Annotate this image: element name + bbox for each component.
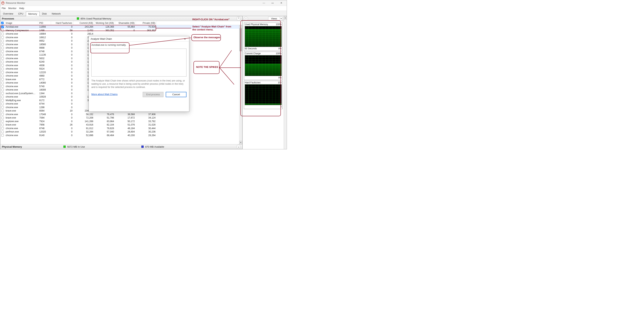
cell-hardfaults: 0: [51, 64, 74, 67]
views-label[interactable]: Views: [268, 17, 280, 21]
processes-header[interactable]: Processes 85% Used Physical Memory ⌃: [0, 16, 242, 21]
row-checkbox[interactable]: [1, 50, 4, 53]
row-checkbox[interactable]: [1, 113, 4, 115]
cancel-button[interactable]: Cancel: [166, 92, 186, 97]
row-checkbox[interactable]: [1, 33, 4, 35]
table-row[interactable]: chrome.exe168840293,4: [0, 32, 239, 36]
row-checkbox[interactable]: [1, 92, 4, 94]
row-checkbox[interactable]: [1, 124, 4, 126]
cell-pid: 6748: [38, 50, 51, 53]
end-process-button[interactable]: End process: [143, 92, 164, 97]
row-checkbox[interactable]: [1, 117, 4, 119]
row-checkbox[interactable]: [1, 78, 4, 81]
row-checkbox[interactable]: [1, 68, 4, 70]
row-checkbox[interactable]: [1, 47, 4, 49]
cell-private: 30,236: [136, 130, 157, 133]
scroll-thumb[interactable]: [240, 29, 242, 51]
row-checkbox[interactable]: [1, 57, 4, 60]
row-checkbox[interactable]: [1, 82, 4, 84]
cell-image: chrome.exe: [4, 95, 38, 98]
row-checkbox[interactable]: [1, 89, 4, 91]
cell-image: chrome.exe: [4, 71, 38, 74]
close-button[interactable]: ✕: [277, 0, 286, 6]
physical-memory-header[interactable]: Physical Memory 5072 MB In Use 870 MB Av…: [0, 144, 242, 149]
col-pid[interactable]: PID: [38, 21, 51, 25]
row-checkbox[interactable]: [1, 71, 4, 74]
row-checkbox[interactable]: [1, 54, 4, 56]
table-row[interactable]: brave.exe79562643,91682,10451,07631,028: [0, 123, 239, 127]
dialog-close-button[interactable]: ✕: [183, 37, 187, 41]
row-checkbox[interactable]: [1, 134, 4, 136]
row-checkbox[interactable]: [1, 29, 4, 32]
menu-file[interactable]: File: [2, 7, 6, 10]
table-row[interactable]: Memory Compression1488592,452363,3520363…: [0, 29, 239, 32]
collapse-right-pane-button[interactable]: ›: [244, 17, 248, 21]
cell-image: chrome.exe: [4, 68, 38, 70]
vertical-scrollbar[interactable]: ▲ ▼: [239, 25, 242, 144]
row-checkbox[interactable]: [1, 96, 4, 98]
cell-pid: 12220: [38, 71, 51, 74]
row-checkbox[interactable]: [1, 40, 4, 42]
table-row[interactable]: Acrobat.exe116560243,264126,36855,86470,…: [0, 25, 239, 29]
cell-pid: 5524: [38, 68, 51, 70]
more-about-wait-chains-link[interactable]: More about Wait Chains: [91, 93, 118, 96]
chart-max: 100%: [276, 23, 282, 26]
tab-network[interactable]: Network: [49, 11, 63, 16]
col-shareable[interactable]: Shareable (KB): [115, 21, 136, 25]
scroll-down-button[interactable]: ▼: [239, 141, 242, 144]
row-checkbox[interactable]: [1, 131, 4, 133]
dialog-titlebar: Analyze Wait Chain ✕: [89, 36, 189, 42]
cell-image: chrome.exe: [4, 81, 38, 84]
cell-workingset: 76,476: [94, 113, 115, 116]
table-row[interactable]: brave.exe7084072,20851,79617,67234,124: [0, 116, 239, 120]
cell-hardfaults: 0: [51, 47, 74, 49]
scroll-up-button[interactable]: ▲: [239, 25, 242, 29]
collapse-processes-button[interactable]: ⌃: [236, 17, 241, 21]
table-row[interactable]: chrome.exe8748091,01278,62848,18430,444: [0, 127, 239, 130]
row-checkbox[interactable]: [1, 106, 4, 108]
dialog-message: Acrobat.exe is running normally.: [91, 44, 186, 46]
cell-pid: 4860: [38, 74, 51, 77]
row-checkbox[interactable]: [1, 75, 4, 77]
table-row[interactable]: perfmon.exe12020032,28457,04026,80430,23…: [0, 130, 239, 134]
expand-physmem-button[interactable]: ⌄: [236, 145, 241, 149]
row-checkbox[interactable]: [1, 110, 4, 112]
chart-bottom-right: 0%: [278, 47, 282, 50]
outer-scrollbar[interactable]: ▲: [284, 16, 287, 149]
row-checkbox[interactable]: [1, 85, 4, 88]
row-checkbox[interactable]: [1, 127, 4, 129]
col-commit[interactable]: Commit (KB): [74, 21, 94, 25]
row-checkbox[interactable]: [1, 99, 4, 101]
table-row[interactable]: chrome.exe9140052,89668,46440,20028,264: [0, 134, 239, 137]
views-dropdown[interactable]: Views ▾: [268, 17, 282, 21]
row-checkbox[interactable]: [1, 61, 4, 63]
table-row[interactable]: explorer.exe79240141,26883,96450,17233,7…: [0, 120, 239, 123]
row-checkbox[interactable]: [1, 103, 4, 105]
header-checkbox[interactable]: [1, 22, 4, 24]
views-chevron-icon[interactable]: ▾: [280, 17, 282, 21]
maximize-button[interactable]: ▭: [268, 0, 277, 6]
cell-hardfaults: 0: [51, 85, 74, 88]
col-private[interactable]: Private (KB): [136, 21, 157, 25]
outer-scroll-up-button[interactable]: ▲: [284, 16, 287, 20]
row-checkbox[interactable]: [1, 36, 4, 39]
tab-disk[interactable]: Disk: [40, 11, 49, 16]
menu-help[interactable]: Help: [19, 7, 24, 10]
menu-monitor[interactable]: Monitor: [8, 7, 16, 10]
row-checkbox[interactable]: [1, 26, 4, 28]
row-checkbox[interactable]: [1, 120, 4, 122]
table-row[interactable]: chrome.exe17048056,15276,47638,56837,908: [0, 113, 239, 116]
col-workingset[interactable]: Working Set (KB): [94, 21, 115, 25]
tab-overview[interactable]: Overview: [0, 11, 16, 16]
minimize-button[interactable]: —: [260, 0, 268, 6]
dialog-tree-list[interactable]: [91, 49, 186, 77]
col-check[interactable]: [0, 21, 4, 25]
row-checkbox[interactable]: [1, 43, 4, 46]
tab-cpu[interactable]: CPU: [16, 11, 26, 16]
row-checkbox[interactable]: [1, 64, 4, 67]
tab-memory[interactable]: Memory: [26, 12, 40, 16]
col-hardfaults[interactable]: Hard Faults/sec: [51, 21, 74, 25]
cell-image: MsMpEng.exe: [4, 99, 38, 102]
cell-workingset: 363,352: [94, 29, 115, 32]
col-image[interactable]: Image: [4, 21, 38, 25]
